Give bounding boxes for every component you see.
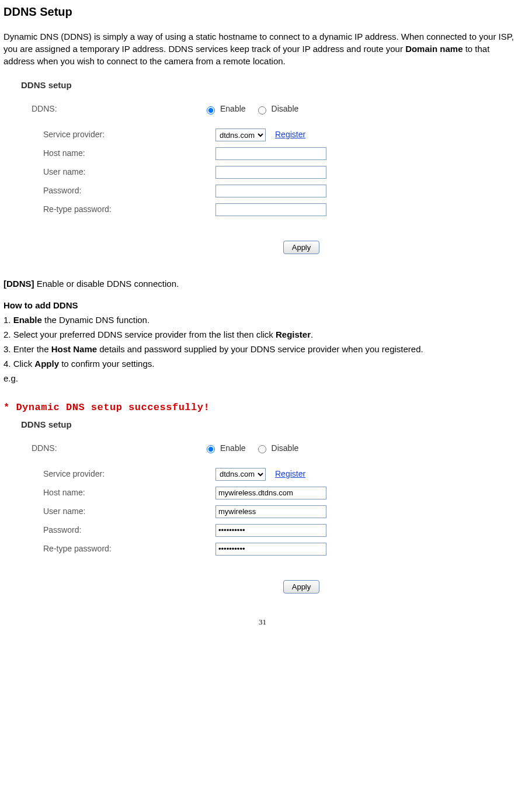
host-input-2[interactable] xyxy=(215,487,326,499)
provider-select[interactable]: dtdns.com xyxy=(215,129,266,141)
step1-c: the Dynamic DNS function. xyxy=(42,315,149,325)
step1-a: 1. xyxy=(4,315,13,325)
label-provider-2: Service provider: xyxy=(21,469,215,480)
label-repassword: Re-type password: xyxy=(21,204,215,216)
label-password-2: Password: xyxy=(21,525,215,536)
step3-a: 3. Enter the xyxy=(4,344,51,354)
radio-disable[interactable] xyxy=(258,106,266,114)
step2-c: . xyxy=(311,329,313,339)
step4-b: Apply xyxy=(34,359,59,369)
intro-paragraph: Dynamic DNS (DDNS) is simply a way of us… xyxy=(4,30,521,67)
label-ddns-2: DDNS: xyxy=(21,443,204,454)
step-2: 2. Select your preferred DDNS service pr… xyxy=(4,328,521,341)
intro-domain-bold: Domain name xyxy=(405,44,463,54)
ddns-desc: [DDNS] Enable or disable DDNS connection… xyxy=(4,277,521,290)
radio-enable-label: Enable xyxy=(220,103,246,115)
radio-enable-label-2: Enable xyxy=(220,443,246,454)
eg-label: e.g. xyxy=(4,372,521,384)
label-user-2: User name: xyxy=(21,506,215,518)
radio-disable-label-2: Disable xyxy=(272,443,299,454)
radio-enable-2[interactable] xyxy=(207,445,215,453)
repassword-input[interactable] xyxy=(215,203,326,216)
radio-disable-label: Disable xyxy=(272,103,299,115)
repassword-input-2[interactable] xyxy=(215,543,326,556)
label-user: User name: xyxy=(21,166,215,178)
step1-b: Enable xyxy=(13,315,42,325)
password-input-2[interactable] xyxy=(215,524,326,537)
ddns-label-bold: [DDNS] xyxy=(4,279,34,289)
label-provider: Service provider: xyxy=(21,129,215,141)
password-input[interactable] xyxy=(215,185,326,197)
register-link-2[interactable]: Register xyxy=(275,469,305,480)
user-input[interactable] xyxy=(215,166,326,179)
apply-button[interactable]: Apply xyxy=(283,241,320,254)
ddns-desc-text: Enable or disable DDNS connection. xyxy=(34,279,179,289)
step4-a: 4. Click xyxy=(4,359,34,369)
page-number: 31 xyxy=(4,617,521,627)
success-message: * Dynamic DNS setup successfully! xyxy=(4,401,521,415)
step4-c: to confirm your settings. xyxy=(59,359,154,369)
panel-title-2: DDNS setup xyxy=(21,418,521,431)
label-repassword-2: Re-type password: xyxy=(21,543,215,555)
step2-b: Register xyxy=(276,329,311,339)
howto-heading: How to add DDNS xyxy=(4,299,521,311)
register-link[interactable]: Register xyxy=(275,129,305,141)
provider-select-2[interactable]: dtdns.com xyxy=(215,468,266,481)
step-1: 1. Enable the Dynamic DNS function. xyxy=(4,314,521,326)
page-title: DDNS Setup xyxy=(4,4,521,20)
label-ddns: DDNS: xyxy=(21,103,204,115)
step-4: 4. Click Apply to confirm your settings. xyxy=(4,358,521,370)
step3-c: details and password supplied by your DD… xyxy=(97,344,423,354)
step2-a: 2. Select your preferred DDNS service pr… xyxy=(4,329,276,339)
ddns-panel-filled: DDNS setup DDNS: Enable Disable Service … xyxy=(4,418,521,594)
step3-b: Host Name xyxy=(51,344,97,354)
step-3: 3. Enter the Host Name details and passw… xyxy=(4,343,521,355)
panel-title: DDNS setup xyxy=(21,79,521,91)
radio-enable[interactable] xyxy=(207,106,215,114)
label-host: Host name: xyxy=(21,148,215,159)
ddns-panel-empty: DDNS setup DDNS: Enable Disable Service … xyxy=(4,79,521,254)
radio-disable-2[interactable] xyxy=(258,445,266,453)
label-host-2: Host name: xyxy=(21,487,215,499)
user-input-2[interactable] xyxy=(215,505,326,518)
apply-button-2[interactable]: Apply xyxy=(283,580,320,594)
label-password: Password: xyxy=(21,185,215,197)
host-input[interactable] xyxy=(215,147,326,160)
